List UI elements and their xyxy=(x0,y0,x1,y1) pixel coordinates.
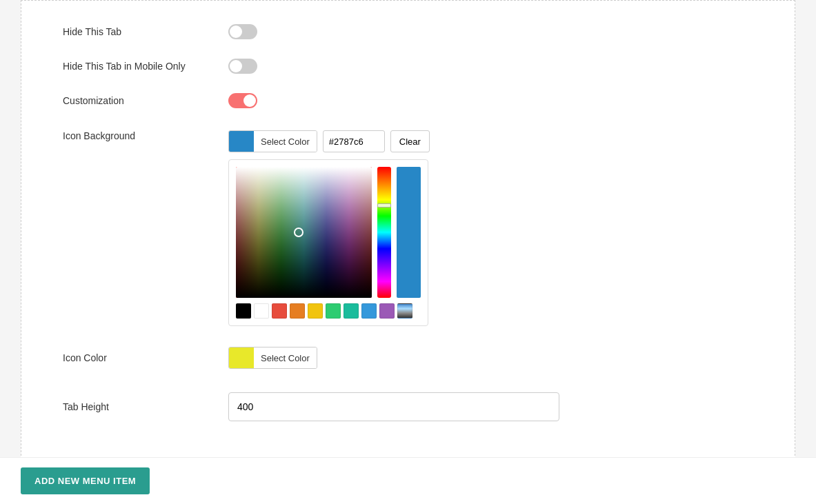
hide-tab-row: Hide This Tab xyxy=(63,14,774,49)
add-menu-bar: ADD NEW MENU ITEM xyxy=(0,457,816,504)
icon-color-row: Icon Color Select Color xyxy=(63,336,774,379)
color-picker-panel xyxy=(228,159,428,326)
customization-label: Customization xyxy=(63,95,228,106)
hide-tab-mobile-control xyxy=(228,59,257,74)
gradient-black xyxy=(236,167,372,298)
tab-height-control xyxy=(228,392,559,421)
preset-teal[interactable] xyxy=(344,303,359,319)
main-container: Hide This Tab Hide This Tab in Mobile On… xyxy=(21,0,795,459)
hide-tab-mobile-label: Hide This Tab in Mobile Only xyxy=(63,61,228,72)
hue-slider-area[interactable] xyxy=(377,167,391,298)
hide-tab-toggle[interactable] xyxy=(228,24,257,39)
preset-gradient[interactable] xyxy=(397,303,412,319)
tab-height-row: Tab Height xyxy=(63,379,774,431)
preset-green[interactable] xyxy=(326,303,341,319)
add-menu-item-button[interactable]: ADD NEW MENU ITEM xyxy=(21,467,150,494)
hide-tab-slider xyxy=(228,24,257,39)
selected-color-preview xyxy=(397,167,421,298)
customization-row: Customization xyxy=(63,83,774,118)
icon-background-buttons: Select Color Clear xyxy=(228,130,430,152)
icon-color-label: Icon Color xyxy=(63,352,228,363)
preset-white[interactable] xyxy=(254,303,269,319)
icon-background-hex-input[interactable] xyxy=(323,130,385,152)
color-gradient-area[interactable] xyxy=(236,167,372,298)
preset-black[interactable] xyxy=(236,303,251,319)
hue-handle xyxy=(377,203,391,208)
preset-blue[interactable] xyxy=(361,303,377,319)
hide-tab-mobile-slider xyxy=(228,59,257,74)
hue-gradient xyxy=(377,167,391,298)
tab-height-input[interactable] xyxy=(228,392,559,421)
color-picker-body xyxy=(236,167,421,298)
hide-tab-control xyxy=(228,24,257,39)
icon-color-control: Select Color xyxy=(228,347,317,369)
hide-tab-mobile-row: Hide This Tab in Mobile Only xyxy=(63,49,774,83)
icon-background-control: Select Color Clear xyxy=(228,130,430,326)
preset-orange[interactable] xyxy=(290,303,305,319)
icon-color-select-btn[interactable]: Select Color xyxy=(228,347,317,369)
icon-background-select-label: Select Color xyxy=(254,131,317,152)
icon-background-swatch xyxy=(229,130,254,152)
icon-color-select-label: Select Color xyxy=(254,347,317,368)
customization-control xyxy=(228,93,257,108)
color-presets xyxy=(236,303,421,319)
icon-background-clear-btn[interactable]: Clear xyxy=(390,130,430,152)
preset-red[interactable] xyxy=(272,303,287,319)
customization-slider xyxy=(228,93,257,108)
icon-background-row: Icon Background Select Color Clear xyxy=(63,118,774,336)
hide-tab-mobile-toggle[interactable] xyxy=(228,59,257,74)
customization-toggle[interactable] xyxy=(228,93,257,108)
icon-background-label: Icon Background xyxy=(63,130,228,141)
hide-tab-label: Hide This Tab xyxy=(63,26,228,37)
preset-yellow[interactable] xyxy=(308,303,323,319)
tab-height-label: Tab Height xyxy=(63,401,228,412)
preset-purple[interactable] xyxy=(379,303,395,319)
icon-color-swatch xyxy=(229,347,254,369)
icon-background-select-btn[interactable]: Select Color xyxy=(228,130,317,152)
